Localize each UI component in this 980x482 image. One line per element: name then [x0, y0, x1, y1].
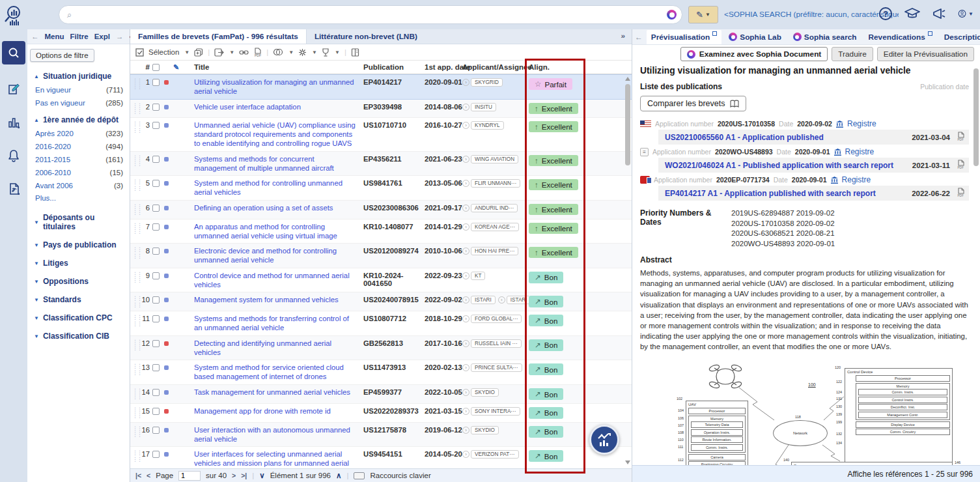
rail-notes-button[interactable]	[7, 83, 20, 98]
table-row[interactable]: ⋮⋮⋮⋮ 13 System and method for service or…	[130, 360, 632, 385]
account-menu[interactable]: ▼	[958, 6, 973, 21]
academy-button[interactable]	[904, 6, 920, 21]
alignment-badge[interactable]: ↗Bon	[529, 407, 563, 419]
rail-alerts-button[interactable]	[7, 149, 20, 164]
selection-checkbox-icon[interactable]	[135, 48, 144, 57]
filter-more-link[interactable]: Plus...	[34, 192, 124, 204]
export-icon[interactable]	[214, 48, 224, 57]
header-checkbox[interactable]	[152, 64, 160, 71]
alignment-badge[interactable]: ↗Bon	[529, 450, 563, 462]
preview-back-arrow[interactable]: ←	[635, 33, 643, 42]
patent-title-link[interactable]: System and method for service oriented c…	[194, 363, 363, 382]
applicant-expand-icon[interactable]: ›	[498, 296, 505, 304]
drag-handle-icon[interactable]: ⋮⋮⋮⋮	[130, 223, 139, 235]
drag-handle-icon[interactable]: ⋮⋮⋮⋮	[130, 103, 139, 115]
patent-title-link[interactable]: Defining an operation using a set of ass…	[194, 204, 363, 213]
applicant-expand-icon[interactable]: ›	[462, 389, 469, 396]
row-checkbox[interactable]	[152, 223, 160, 231]
applicant-chip[interactable]: RUSSELL IAIN ···	[471, 339, 522, 348]
applicant-chip[interactable]: KOREAN AGE···	[471, 223, 519, 231]
patent-title-link[interactable]: Electronic device and method for control…	[194, 247, 363, 265]
applicant-expand-icon[interactable]: ›	[462, 364, 469, 371]
prev-page-button[interactable]: <	[147, 472, 150, 479]
applicant-expand-icon[interactable]: ›	[462, 180, 469, 187]
examine-sophia-button[interactable]: Examinez avec Sophia Document	[680, 47, 828, 61]
selection-dropdown[interactable]: Sélection	[148, 48, 179, 56]
applicant-chip[interactable]: VERIZON PAT···	[471, 450, 519, 459]
table-row[interactable]: ⋮⋮⋮⋮ 15 Management app for drone with re…	[130, 404, 632, 423]
row-checkbox[interactable]	[152, 364, 160, 371]
sidebar-tab-filtre[interactable]: Filtre	[70, 33, 89, 40]
drag-handle-icon[interactable]: ⋮⋮⋮⋮	[130, 296, 139, 308]
report-icon[interactable]	[351, 48, 359, 57]
row-checkbox[interactable]	[152, 104, 160, 111]
current-query[interactable]: <SOPHIA SEARCH (préfiltre: aucun, caract…	[724, 9, 899, 19]
applicant-chip[interactable]: SKYGRID	[471, 78, 503, 87]
filter-section-header[interactable]: ▼Classification CIB	[34, 332, 124, 341]
col-date[interactable]: 1st app. date	[425, 63, 462, 71]
registre-link[interactable]: Registre	[847, 119, 876, 128]
patent-title-link[interactable]: An apparatus and method for controlling …	[194, 223, 363, 241]
cluster-icon[interactable]	[298, 48, 307, 57]
filter-section-header[interactable]: ▼Déposants ou titulaires	[34, 213, 124, 231]
applicant-expand-icon[interactable]: ›	[462, 272, 469, 279]
col-align[interactable]: Align.	[529, 63, 587, 71]
applicant-expand-icon[interactable]: ›	[462, 156, 469, 163]
filter-section-header[interactable]: ▼Classification CPC	[34, 313, 124, 322]
row-checkbox[interactable]	[152, 79, 160, 86]
row-checkbox[interactable]	[152, 389, 160, 396]
patent-title-link[interactable]: Systems and methods for transferring con…	[194, 315, 363, 333]
help-button[interactable]: ?	[878, 6, 893, 21]
col-num[interactable]: #	[139, 63, 152, 71]
page-input[interactable]	[178, 471, 201, 481]
shortcuts-link[interactable]: Raccourcis clavier	[370, 472, 430, 479]
search-bar[interactable]: ⌕	[59, 5, 682, 24]
patent-title-link[interactable]: Detecting and identifying unmanned aeria…	[194, 339, 363, 358]
filter-section-header[interactable]: ▼Pays de publication	[34, 240, 124, 249]
patent-title-link[interactable]: System and method for controlling unmann…	[194, 179, 363, 197]
applicant-chip[interactable]: PRINCE SULTA···	[471, 363, 522, 372]
applicant-expand-icon[interactable]: ›	[462, 248, 469, 255]
filter-section-header[interactable]: ▲1ère année de dépôt	[34, 115, 124, 124]
patent-title-link[interactable]: User interfaces for selecting unmanned a…	[194, 450, 363, 468]
drag-handle-icon[interactable]: ⋮⋮⋮⋮	[130, 204, 139, 216]
table-row[interactable]: ⋮⋮⋮⋮ 12 Detecting and identifying unmann…	[130, 336, 632, 361]
analytics-float-button[interactable]	[589, 425, 619, 455]
alignment-badge[interactable]: ↗Bon	[529, 388, 563, 400]
drag-handle-icon[interactable]: ⋮⋮⋮⋮	[130, 388, 139, 401]
publication-link[interactable]: WO2021/046024 A1 - Published application…	[665, 161, 912, 170]
tab-sophia-search[interactable]: Sophia search	[789, 30, 861, 44]
applicant-chip[interactable]: SKYDIO	[471, 388, 499, 397]
drag-handle-icon[interactable]: ⋮⋮⋮⋮	[130, 450, 139, 462]
alignment-badge[interactable]: ↗Bon	[529, 296, 563, 307]
table-scrollbar[interactable]	[625, 84, 630, 165]
patent-title-link[interactable]: Utilizing visualization for managing an …	[194, 78, 363, 96]
applicant-chip[interactable]: FLIR UNMANN···	[471, 179, 520, 188]
compare-patents-button[interactable]: Comparer les brevets	[640, 96, 746, 111]
applicant-expand-icon[interactable]: ›	[462, 451, 469, 458]
first-page-button[interactable]: |<	[135, 472, 141, 479]
row-checkbox[interactable]	[152, 156, 160, 163]
applicant-chip[interactable]: INSITU	[471, 103, 496, 111]
patent-title-link[interactable]: Control device and method for unmanned a…	[194, 272, 363, 290]
sidebar-tab-menu[interactable]: Menu	[45, 33, 64, 40]
tab-revendications[interactable]: Revendications	[864, 30, 937, 44]
filter-section-header[interactable]: ▼Oppositions	[34, 277, 124, 286]
applicant-expand-icon[interactable]: ›	[462, 315, 469, 322]
alignment-badge[interactable]: ↑Excellent	[529, 103, 578, 114]
filter-item[interactable]: Pas en vigueur(285)	[34, 96, 124, 109]
patent-title-link[interactable]: Management app for drone with remote id	[194, 407, 363, 416]
pdf-icon[interactable]: PDF	[957, 132, 965, 143]
applicant-expand-icon[interactable]: ›	[462, 296, 469, 304]
row-checkbox[interactable]	[152, 408, 160, 415]
tab-sophia-lab[interactable]: Sophia Lab	[724, 30, 786, 44]
tab-fampat[interactable]: Familles de brevets (FamPat) - 996 résul…	[130, 29, 307, 44]
table-row[interactable]: ⋮⋮⋮⋮ 14 Task management for unmanned aer…	[130, 385, 632, 404]
filter-section-header[interactable]: ▼Litiges	[34, 259, 124, 268]
table-row[interactable]: ⋮⋮⋮⋮ 3 Unmanned aerial vehicle (UAV) com…	[130, 118, 632, 151]
drag-handle-icon[interactable]: ⋮⋮⋮⋮	[130, 407, 139, 419]
tab-previsualisation[interactable]: Prévisualisation	[647, 30, 721, 44]
publication-link[interactable]: EP4014217 A1 - Application published wit…	[665, 189, 912, 198]
applicant-chip[interactable]: KT	[471, 272, 485, 280]
patent-title-link[interactable]: Vehicle user interface adaptation	[194, 103, 363, 112]
